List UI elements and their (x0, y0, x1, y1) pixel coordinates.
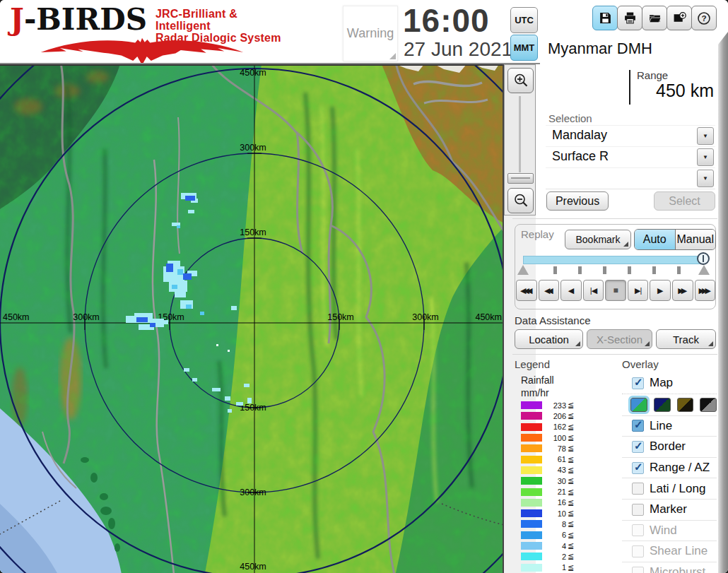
replay-timeline-slider[interactable] (523, 256, 704, 264)
overlay-item-label: Wind (650, 524, 677, 538)
legend-entry: 100≦ (521, 432, 585, 443)
overlay-item-shear-line: Shear Line (622, 540, 717, 562)
seek-start-button[interactable]: ◀◀◀ (516, 280, 537, 301)
legend-color-swatch (521, 488, 542, 496)
replay-mode-toggle: Auto Manual (634, 229, 716, 250)
clock-date: 27 Jun 2021 (404, 38, 512, 61)
legend-lte-symbol: ≦ (568, 563, 574, 572)
product-dropdown[interactable]: Surface R ▼ (546, 146, 715, 168)
fast-forward-button[interactable]: ▶▶ (672, 280, 693, 301)
legend-lte-symbol: ≦ (568, 519, 574, 528)
add-image-button[interactable] (667, 6, 692, 30)
checkbox-marker[interactable] (632, 504, 644, 516)
zoom-out-button[interactable] (507, 188, 534, 213)
checkbox-range-az[interactable] (632, 462, 644, 474)
step-back-icon: |◀ (590, 286, 597, 295)
map-style-dark[interactable] (654, 398, 671, 412)
legend-lte-symbol: ≦ (568, 423, 574, 432)
map-zoom-control (504, 64, 536, 215)
map-style-grayscale[interactable] (700, 398, 717, 412)
chevron-down-icon[interactable]: ▼ (697, 170, 714, 187)
map-style-olive[interactable] (677, 398, 694, 412)
checkbox-lati-long[interactable] (632, 483, 644, 495)
stop-button[interactable]: ■ (605, 280, 626, 301)
legend-value: 162 (542, 423, 566, 431)
print-button[interactable] (617, 6, 642, 30)
open-file-button[interactable] (642, 6, 667, 30)
overlay-item-marker[interactable]: Marker (622, 499, 717, 520)
warning-button[interactable]: Warning (343, 6, 398, 61)
overlay-item-border[interactable]: Border (622, 436, 717, 457)
legend-lte-symbol: ≦ (568, 498, 574, 507)
legend-color-swatch (521, 553, 542, 560)
save-icon (599, 11, 612, 25)
mmt-button[interactable]: MMT (510, 35, 538, 61)
bookmark-button[interactable]: Bookmark (565, 230, 631, 249)
checkbox-shear-line (632, 545, 644, 557)
checkbox-border[interactable] (632, 441, 644, 453)
timeline-start-marker[interactable] (517, 265, 529, 275)
svg-text:150km: 150km (240, 228, 266, 237)
seek-start-icon: ◀◀◀ (520, 286, 532, 295)
option-dropdown[interactable]: ▼ (546, 167, 715, 189)
checkbox-map[interactable] (632, 377, 644, 389)
help-icon: ? (697, 11, 711, 25)
location-button[interactable]: Location (515, 329, 583, 349)
play-icon: ▶ (657, 286, 663, 295)
logo-birds: -BIRDS (24, 2, 147, 37)
zoom-slider-track[interactable] (519, 96, 521, 172)
svg-text:150km: 150km (327, 312, 354, 322)
manual-button[interactable]: Manual (676, 230, 716, 249)
legend-lte-symbol: ≦ (568, 531, 574, 540)
overlay-item-line[interactable]: Line (622, 415, 717, 437)
replay-slider-handle[interactable] (697, 252, 710, 265)
step-forward-button[interactable]: ▶| (628, 280, 649, 301)
warning-label: Warning (347, 26, 394, 41)
help-button[interactable]: ? (691, 6, 717, 30)
checkbox-wind (632, 524, 644, 536)
legend-lte-symbol: ≦ (568, 466, 574, 475)
zoom-slider-handle[interactable] (507, 173, 534, 184)
legend-lte-symbol: ≦ (568, 509, 574, 518)
overlay-item-lati-long[interactable]: Lati / Long (622, 478, 717, 499)
track-button[interactable]: Track (656, 329, 716, 349)
zoom-in-button[interactable] (507, 68, 534, 93)
panel-collapse-handle[interactable] (718, 32, 728, 573)
legend-value: 30 (542, 477, 566, 485)
utc-button[interactable]: UTC (510, 7, 538, 33)
map-style-terrain[interactable] (630, 398, 647, 412)
overlay-item-label: Microburst (650, 565, 705, 573)
overlay-item-map[interactable]: Map (622, 373, 717, 394)
legend-value: 2 (542, 553, 566, 561)
overlay-item-range-az[interactable]: Range / AZ (622, 457, 717, 478)
legend-value: 6 (542, 531, 566, 539)
x-section-button: X-Section (587, 329, 652, 349)
save-button[interactable] (592, 6, 618, 30)
timeline-tick (578, 266, 582, 274)
step-back-button[interactable]: |◀ (583, 280, 604, 301)
checkbox-line[interactable] (632, 420, 644, 432)
svg-text:300km: 300km (73, 312, 100, 322)
chevron-down-icon[interactable]: ▼ (697, 127, 714, 145)
chevron-down-icon[interactable]: ▼ (697, 148, 714, 166)
legend-color-swatch (521, 564, 542, 572)
auto-button[interactable]: Auto (635, 230, 676, 249)
timeline-end-marker[interactable] (698, 265, 710, 275)
radar-map[interactable]: 450km 300km 150km 150km 300km 450km 450k… (0, 64, 504, 573)
timeline-tick (677, 266, 681, 274)
play-reverse-button[interactable]: ◀ (560, 280, 582, 301)
map-style-picker (622, 394, 717, 415)
legend-color-swatch (521, 423, 542, 431)
overlay-item-label: Map (650, 376, 673, 390)
fast-rewind-button[interactable]: ◀◀ (539, 280, 560, 301)
site-dropdown[interactable]: Mandalay ▼ (546, 125, 715, 147)
legend-color-swatch (521, 456, 542, 463)
svg-text:?: ? (701, 13, 706, 23)
timeline-tick (603, 266, 606, 274)
legend-value: 206 (542, 412, 566, 420)
previous-button[interactable]: Previous (546, 191, 609, 211)
play-button[interactable]: ▶ (650, 280, 671, 301)
seek-end-button[interactable]: ▶▶▶ (695, 280, 716, 301)
legend-entry: 43≦ (521, 465, 585, 475)
logo-j: J (10, 2, 24, 37)
